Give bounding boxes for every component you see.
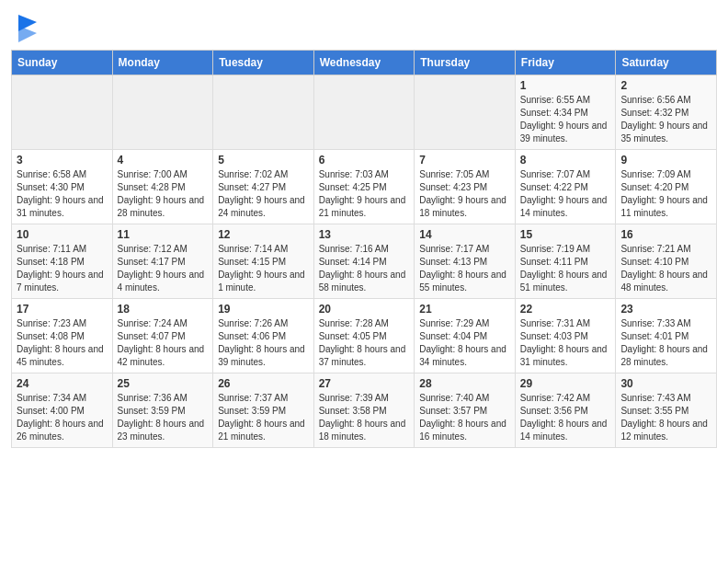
day-number: 11 — [118, 228, 209, 241]
day-info: Sunrise: 7:12 AMSunset: 4:17 PMDaylight:… — [118, 243, 209, 294]
calendar-cell: 13Sunrise: 7:16 AMSunset: 4:14 PMDayligh… — [313, 224, 415, 299]
day-info: Sunrise: 7:05 AMSunset: 4:23 PMDaylight:… — [419, 168, 510, 220]
calendar-table: SundayMondayTuesdayWednesdayThursdayFrid… — [11, 50, 717, 448]
day-info: Sunrise: 7:40 AMSunset: 3:57 PMDaylight:… — [419, 392, 510, 443]
day-info: Sunrise: 7:43 AMSunset: 3:55 PMDaylight:… — [620, 392, 711, 443]
day-number: 29 — [520, 377, 611, 390]
day-number: 1 — [520, 79, 611, 92]
calendar-header-thursday: Thursday — [415, 51, 516, 75]
calendar-cell: 18Sunrise: 7:24 AMSunset: 4:07 PMDayligh… — [112, 299, 213, 373]
day-number: 13 — [319, 228, 410, 241]
logo — [18, 15, 40, 42]
calendar-week-row: 10Sunrise: 7:11 AMSunset: 4:18 PMDayligh… — [12, 224, 717, 299]
day-number: 16 — [620, 228, 711, 241]
page-header — [0, 0, 728, 50]
day-info: Sunrise: 6:58 AMSunset: 4:30 PMDaylight:… — [17, 168, 108, 220]
day-number: 26 — [218, 377, 309, 390]
day-number: 10 — [17, 228, 108, 241]
day-number: 18 — [118, 303, 209, 316]
calendar-header-monday: Monday — [112, 51, 213, 75]
logo-icon — [18, 15, 37, 42]
day-number: 3 — [17, 154, 108, 167]
day-info: Sunrise: 7:00 AMSunset: 4:28 PMDaylight:… — [118, 168, 209, 220]
day-number: 12 — [218, 228, 309, 241]
calendar-cell: 10Sunrise: 7:11 AMSunset: 4:18 PMDayligh… — [12, 224, 113, 299]
calendar-cell: 24Sunrise: 7:34 AMSunset: 4:00 PMDayligh… — [12, 373, 113, 448]
day-info: Sunrise: 7:02 AMSunset: 4:27 PMDaylight:… — [218, 168, 309, 220]
calendar-week-row: 24Sunrise: 7:34 AMSunset: 4:00 PMDayligh… — [12, 373, 717, 448]
day-info: Sunrise: 6:56 AMSunset: 4:32 PMDaylight:… — [620, 94, 711, 145]
calendar-cell: 7Sunrise: 7:05 AMSunset: 4:23 PMDaylight… — [415, 150, 516, 224]
calendar-cell: 30Sunrise: 7:43 AMSunset: 3:55 PMDayligh… — [616, 373, 717, 448]
calendar-cell: 20Sunrise: 7:28 AMSunset: 4:05 PMDayligh… — [313, 299, 415, 373]
calendar-cell — [415, 75, 516, 150]
day-info: Sunrise: 7:11 AMSunset: 4:18 PMDaylight:… — [17, 243, 108, 294]
day-info: Sunrise: 7:23 AMSunset: 4:08 PMDaylight:… — [17, 317, 108, 369]
day-info: Sunrise: 7:39 AMSunset: 3:58 PMDaylight:… — [319, 392, 410, 443]
calendar-header-row: SundayMondayTuesdayWednesdayThursdayFrid… — [12, 51, 717, 75]
day-number: 15 — [520, 228, 611, 241]
calendar-cell: 21Sunrise: 7:29 AMSunset: 4:04 PMDayligh… — [415, 299, 516, 373]
calendar-header-wednesday: Wednesday — [313, 51, 415, 75]
calendar-cell: 22Sunrise: 7:31 AMSunset: 4:03 PMDayligh… — [515, 299, 616, 373]
day-number: 17 — [17, 303, 108, 316]
calendar-cell: 16Sunrise: 7:21 AMSunset: 4:10 PMDayligh… — [616, 224, 717, 299]
day-number: 21 — [419, 303, 510, 316]
calendar-cell: 25Sunrise: 7:36 AMSunset: 3:59 PMDayligh… — [112, 373, 213, 448]
calendar-cell: 12Sunrise: 7:14 AMSunset: 4:15 PMDayligh… — [213, 224, 314, 299]
day-info: Sunrise: 7:14 AMSunset: 4:15 PMDaylight:… — [218, 243, 309, 294]
calendar-header-friday: Friday — [515, 51, 616, 75]
calendar-week-row: 17Sunrise: 7:23 AMSunset: 4:08 PMDayligh… — [12, 299, 717, 373]
day-info: Sunrise: 7:26 AMSunset: 4:06 PMDaylight:… — [218, 317, 309, 369]
day-info: Sunrise: 7:36 AMSunset: 3:59 PMDaylight:… — [118, 392, 209, 443]
calendar-cell: 4Sunrise: 7:00 AMSunset: 4:28 PMDaylight… — [112, 150, 213, 224]
day-number: 7 — [419, 154, 510, 167]
calendar-cell: 8Sunrise: 7:07 AMSunset: 4:22 PMDaylight… — [515, 150, 616, 224]
calendar-cell: 9Sunrise: 7:09 AMSunset: 4:20 PMDaylight… — [616, 150, 717, 224]
day-number: 23 — [620, 303, 711, 316]
calendar-cell — [313, 75, 415, 150]
day-number: 14 — [419, 228, 510, 241]
calendar-cell: 15Sunrise: 7:19 AMSunset: 4:11 PMDayligh… — [515, 224, 616, 299]
calendar-header-tuesday: Tuesday — [213, 51, 314, 75]
day-number: 4 — [118, 154, 209, 167]
day-info: Sunrise: 6:55 AMSunset: 4:34 PMDaylight:… — [520, 94, 611, 145]
day-info: Sunrise: 7:21 AMSunset: 4:10 PMDaylight:… — [620, 243, 711, 294]
calendar-week-row: 1Sunrise: 6:55 AMSunset: 4:34 PMDaylight… — [12, 75, 717, 150]
calendar-cell: 27Sunrise: 7:39 AMSunset: 3:58 PMDayligh… — [313, 373, 415, 448]
day-info: Sunrise: 7:28 AMSunset: 4:05 PMDaylight:… — [319, 317, 410, 369]
svg-marker-1 — [18, 26, 37, 42]
day-number: 2 — [620, 79, 711, 92]
calendar-cell: 29Sunrise: 7:42 AMSunset: 3:56 PMDayligh… — [515, 373, 616, 448]
calendar-header-saturday: Saturday — [616, 51, 717, 75]
day-info: Sunrise: 7:29 AMSunset: 4:04 PMDaylight:… — [419, 317, 510, 369]
day-info: Sunrise: 7:19 AMSunset: 4:11 PMDaylight:… — [520, 243, 611, 294]
day-info: Sunrise: 7:33 AMSunset: 4:01 PMDaylight:… — [620, 317, 711, 369]
calendar-cell: 19Sunrise: 7:26 AMSunset: 4:06 PMDayligh… — [213, 299, 314, 373]
calendar-cell: 6Sunrise: 7:03 AMSunset: 4:25 PMDaylight… — [313, 150, 415, 224]
day-info: Sunrise: 7:42 AMSunset: 3:56 PMDaylight:… — [520, 392, 611, 443]
calendar-cell: 11Sunrise: 7:12 AMSunset: 4:17 PMDayligh… — [112, 224, 213, 299]
calendar-cell — [213, 75, 314, 150]
day-info: Sunrise: 7:31 AMSunset: 4:03 PMDaylight:… — [520, 317, 611, 369]
day-number: 22 — [520, 303, 611, 316]
day-number: 6 — [319, 154, 410, 167]
calendar-week-row: 3Sunrise: 6:58 AMSunset: 4:30 PMDaylight… — [12, 150, 717, 224]
day-info: Sunrise: 7:09 AMSunset: 4:20 PMDaylight:… — [620, 168, 711, 220]
day-number: 5 — [218, 154, 309, 167]
day-number: 27 — [319, 377, 410, 390]
calendar-cell: 14Sunrise: 7:17 AMSunset: 4:13 PMDayligh… — [415, 224, 516, 299]
calendar-cell — [12, 75, 113, 150]
day-info: Sunrise: 7:03 AMSunset: 4:25 PMDaylight:… — [319, 168, 410, 220]
day-info: Sunrise: 7:16 AMSunset: 4:14 PMDaylight:… — [319, 243, 410, 294]
day-number: 28 — [419, 377, 510, 390]
calendar-cell: 1Sunrise: 6:55 AMSunset: 4:34 PMDaylight… — [515, 75, 616, 150]
day-number: 8 — [520, 154, 611, 167]
day-number: 19 — [218, 303, 309, 316]
calendar-container: SundayMondayTuesdayWednesdayThursdayFrid… — [0, 50, 728, 459]
calendar-cell: 26Sunrise: 7:37 AMSunset: 3:59 PMDayligh… — [213, 373, 314, 448]
day-info: Sunrise: 7:34 AMSunset: 4:00 PMDaylight:… — [17, 392, 108, 443]
calendar-cell — [112, 75, 213, 150]
day-number: 25 — [118, 377, 209, 390]
calendar-cell: 2Sunrise: 6:56 AMSunset: 4:32 PMDaylight… — [616, 75, 717, 150]
